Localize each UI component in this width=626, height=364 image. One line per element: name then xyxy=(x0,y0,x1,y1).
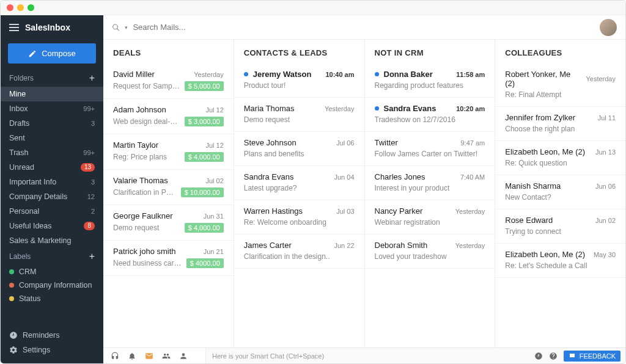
bell-icon[interactable] xyxy=(128,352,136,360)
folder-item[interactable]: Useful Ideas8 xyxy=(1,219,103,233)
mail-item[interactable]: Adam JohnsonJul 12Web design deal-confir… xyxy=(103,99,234,134)
headset-icon[interactable] xyxy=(111,352,119,360)
mail-item[interactable]: Robert Yonker, Me (2)YesterdayRe: Final … xyxy=(495,64,625,107)
column-title: DEALS xyxy=(103,40,234,64)
search-input[interactable] xyxy=(133,23,594,32)
folder-item[interactable]: Sent xyxy=(1,131,103,145)
mail-sender: Deborah Smith xyxy=(375,241,428,250)
people-icon[interactable] xyxy=(162,352,171,360)
folder-name: Useful Ideas xyxy=(9,222,51,230)
mail-item[interactable]: Sandra EvansJun 04Latest upgrade? xyxy=(234,166,364,200)
mail-item[interactable]: Valarie ThomasJul 02Clarification in Pri… xyxy=(103,170,234,205)
mail-item[interactable]: Jennifer from ZylkerJul 11Choose the rig… xyxy=(495,107,625,141)
avatar[interactable] xyxy=(600,19,617,36)
reminders-item[interactable]: Reminders xyxy=(1,328,103,343)
settings-item[interactable]: Settings xyxy=(1,343,103,357)
chevron-down-icon[interactable]: ▾ xyxy=(125,24,128,31)
add-label-icon[interactable]: + xyxy=(89,252,95,261)
column-title: COLLEAGUES xyxy=(495,40,625,64)
mail-time: Jun 06 xyxy=(595,183,616,190)
mail-item[interactable]: Sandra Evans10:20 amTradeshow on 12/7/20… xyxy=(365,98,495,132)
labels-list: CRMCompany InformationStatus xyxy=(1,265,103,305)
compose-wrap: Compose xyxy=(1,40,103,70)
mail-subject: Trying to connect xyxy=(505,227,616,236)
mail-item[interactable]: Maria ThomasYesterdayDemo request xyxy=(234,98,364,132)
folder-item[interactable]: Inbox99+ xyxy=(1,101,103,116)
folder-name: Important Info xyxy=(9,178,56,186)
sidebar-bottom: Reminders Settings xyxy=(1,324,103,363)
mail-item[interactable]: Twitter9:47 amFollow James Carter on Twi… xyxy=(365,132,495,166)
mail-sender: Jeremy Watson xyxy=(253,70,312,79)
feedback-button[interactable]: FEEDBACK xyxy=(564,351,620,362)
folder-item[interactable]: Mine xyxy=(1,87,103,101)
add-folder-icon[interactable]: + xyxy=(89,73,95,83)
clock-icon[interactable] xyxy=(534,352,543,360)
mail-item[interactable]: Steve JohnsonJul 06Plans and benefits xyxy=(234,132,364,166)
inbox-icon[interactable] xyxy=(145,352,153,360)
chat-icon xyxy=(569,352,576,360)
label-name: CRM xyxy=(19,268,36,276)
label-item[interactable]: Status xyxy=(1,292,103,305)
person-icon[interactable] xyxy=(179,352,188,360)
folder-item[interactable]: Unread13 xyxy=(1,160,103,175)
mail-item[interactable]: Elizabeth Leon, Me (2)May 30Re: Let's Sc… xyxy=(495,244,625,278)
mail-sender: Valarie Thomas xyxy=(113,176,168,185)
mail-item[interactable]: Charles Jones7:40 AMInterest in your pro… xyxy=(365,166,495,200)
smartchat-hint[interactable]: Here is your Smart Chat (Ctrl+Space) xyxy=(206,352,529,360)
unread-dot-icon xyxy=(375,72,379,76)
mail-subject: Regarding product features xyxy=(375,81,485,90)
folder-item[interactable]: Drafts3 xyxy=(1,116,103,131)
mail-subject: Re: Welcome onboarding xyxy=(244,218,355,227)
label-name: Company Information xyxy=(19,281,92,289)
folder-item[interactable]: Sales & Marketing xyxy=(1,233,103,248)
mail-sender: Elizabeth Leon, Me (2) xyxy=(505,250,585,259)
column-body: David MillerYesterdayRequest for Sample … xyxy=(103,64,234,348)
label-item[interactable]: Company Information xyxy=(1,278,103,292)
mail-item[interactable]: Jeremy Watson10:40 amProduct tour! xyxy=(234,64,364,98)
window-minimize-icon[interactable] xyxy=(17,4,24,11)
mail-subject: Demo request xyxy=(244,115,355,124)
mail-time: 7:40 AM xyxy=(460,173,485,181)
columns: DEALSDavid MillerYesterdayRequest for Sa… xyxy=(103,40,625,348)
search-wrap: ▾ xyxy=(112,23,594,32)
mail-subject: Request for Sample logo... xyxy=(113,82,180,90)
folder-badge: 8 xyxy=(84,222,95,230)
folder-item[interactable]: Personal2 xyxy=(1,204,103,219)
column-title: CONTACTS & LEADS xyxy=(234,40,364,64)
clock-icon xyxy=(9,331,18,340)
folder-item[interactable]: Company Details12 xyxy=(1,189,103,204)
mail-item[interactable]: Deborah SmithYesterdayLoved your tradesh… xyxy=(365,235,495,269)
label-color-dot xyxy=(9,296,14,301)
mail-sender: Twitter xyxy=(375,138,398,147)
window-close-icon[interactable] xyxy=(7,4,13,11)
mail-item[interactable]: Patrick joho smithJun 21Need business ca… xyxy=(103,241,234,276)
mail-sender: Adam Johnson xyxy=(113,105,166,114)
mail-item[interactable]: David MillerYesterdayRequest for Sample … xyxy=(103,64,234,99)
folder-name: Unread xyxy=(9,163,34,172)
folder-item[interactable]: Trash99+ xyxy=(1,145,103,160)
mail-subject: Choose the right plan xyxy=(505,125,616,133)
mail-item[interactable]: Donna Baker11:58 amRegarding product fea… xyxy=(365,64,495,98)
menu-icon[interactable] xyxy=(9,24,19,31)
window-zoom-icon[interactable] xyxy=(28,4,34,11)
folder-name: Trash xyxy=(9,148,29,157)
mail-item[interactable]: James CarterJun 22Clarification in the d… xyxy=(234,235,364,269)
mail-item[interactable]: Martin TaylorJul 12Reg: Price plans$ 4,0… xyxy=(103,134,234,170)
mail-time: Yesterday xyxy=(455,208,485,215)
mail-subject: Latest upgrade? xyxy=(244,184,355,192)
mail-item[interactable]: Warren HastingsJul 03Re: Welcome onboard… xyxy=(234,200,364,235)
mail-item[interactable]: Manish SharmaJun 06New Contact? xyxy=(495,175,625,209)
mail-item[interactable]: Elizabeth Leon, Me (2)Jun 13Re: Quick qu… xyxy=(495,141,625,175)
mail-time: Jul 02 xyxy=(205,177,223,184)
compose-button[interactable]: Compose xyxy=(8,43,96,64)
feedback-label: FEEDBACK xyxy=(580,352,616,360)
folder-item[interactable]: Important Info3 xyxy=(1,175,103,189)
help-icon[interactable] xyxy=(549,352,558,360)
search-icon xyxy=(112,23,120,32)
mail-item[interactable]: Nancy ParkerYesterdayWebinar registratio… xyxy=(365,200,495,235)
label-item[interactable]: CRM xyxy=(1,265,103,278)
mail-sender: Nancy Parker xyxy=(375,206,423,216)
mail-item[interactable]: George FaulknerJun 31Demo request$ 4,000… xyxy=(103,205,234,241)
mail-time: May 30 xyxy=(594,251,616,258)
mail-item[interactable]: Rose EdwardJun 02Trying to connect xyxy=(495,209,625,244)
